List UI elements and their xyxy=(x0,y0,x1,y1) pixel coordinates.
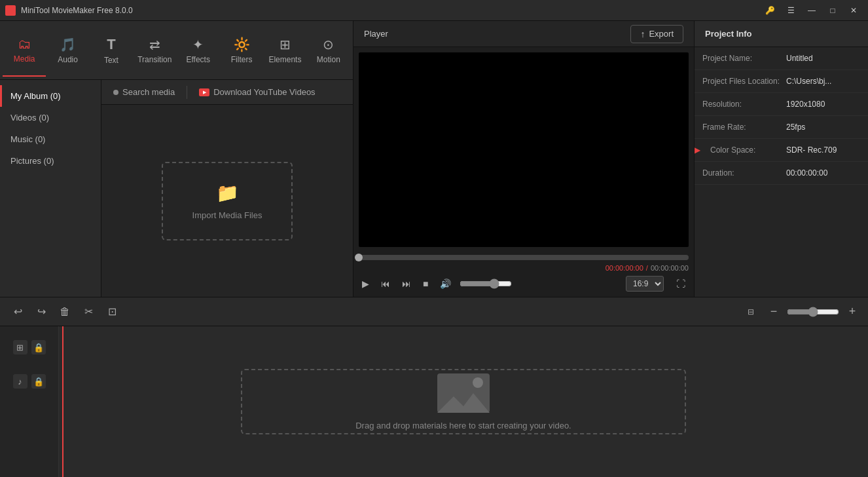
pi-value-location: C:\Users\bj... xyxy=(786,77,860,86)
zoom-out-button[interactable]: − xyxy=(766,304,782,320)
project-info-row-name: Project Name: Untitled xyxy=(695,47,868,70)
sidebar: My Album (0) Videos (0) Music (0) Pictur… xyxy=(0,80,101,297)
sidebar-item-pictures[interactable]: Pictures (0) xyxy=(0,150,101,172)
audio-track-add-button[interactable]: ♪ xyxy=(13,374,27,389)
timeline-drop-box[interactable]: Drag and drop materials here to start cr… xyxy=(241,369,686,434)
pi-label-name: Project Name: xyxy=(702,54,781,63)
pi-value-resolution: 1920x1080 xyxy=(786,100,860,109)
colorspace-arrow-icon: ▶ xyxy=(695,145,700,155)
toolbar-item-text[interactable]: T Text xyxy=(90,24,133,77)
media-icon: 🗂 xyxy=(18,37,31,52)
pi-label-colorspace: Color Space: xyxy=(702,145,781,155)
toolbar: 🗂 Media 🎵 Audio T Text ⇄ Transition ✦ Ef… xyxy=(0,21,353,80)
main-layout: 🗂 Media 🎵 Audio T Text ⇄ Transition ✦ Ef… xyxy=(0,21,868,297)
toolbar-item-elements[interactable]: ⊞ Elements xyxy=(263,24,306,77)
export-button[interactable]: ↑ Export xyxy=(630,25,683,43)
timeline-side: ⊞ 🔒 ♪ 🔒 xyxy=(0,326,59,477)
crop-button[interactable]: ⊡ xyxy=(102,302,122,322)
audio-track-lock-button[interactable]: 🔒 xyxy=(31,374,46,389)
search-media-label: Search media xyxy=(122,87,175,97)
toolbar-label-filters: Filters xyxy=(231,55,253,64)
fullscreen-button[interactable]: ⛶ xyxy=(673,277,689,290)
timeline-drop-area: Drag and drop materials here to start cr… xyxy=(59,326,868,477)
pin-button[interactable]: 🔑 xyxy=(761,3,779,18)
stop-button[interactable]: ■ xyxy=(420,277,431,290)
maximize-button[interactable]: □ xyxy=(823,3,842,18)
titlebar: MiniTool MovieMaker Free 8.0.0 🔑 ☰ — □ ✕ xyxy=(0,0,868,21)
undo-button[interactable]: ↩ xyxy=(8,302,27,322)
toolbar-label-effects: Effects xyxy=(186,55,209,64)
toolbar-item-effects[interactable]: ✦ Effects xyxy=(177,24,220,77)
media-panel: My Album (0) Videos (0) Music (0) Pictur… xyxy=(0,80,353,297)
prev-frame-button[interactable]: ⏮ xyxy=(378,277,393,290)
cut-button[interactable]: ✂ xyxy=(79,302,98,322)
pi-label-resolution: Resolution: xyxy=(702,100,781,109)
video-track-add-button[interactable]: ⊞ xyxy=(13,340,27,354)
pi-value-duration: 00:00:00:00 xyxy=(786,168,860,178)
timecodes: 00:00:00:00 / 00:00:00:00 xyxy=(359,264,689,272)
right-panel: Project Info Project Name: Untitled Proj… xyxy=(695,21,868,297)
toolbar-item-transition[interactable]: ⇄ Transition xyxy=(133,24,176,77)
player-controls: 00:00:00:00 / 00:00:00:00 ▶ ⏮ ⏭ ■ 🔊 16:9… xyxy=(353,252,694,297)
toolbar-label-audio: Audio xyxy=(58,55,78,64)
sidebar-label-music: Music (0) xyxy=(10,134,45,144)
player-header: Player ↑ Export xyxy=(353,21,694,47)
window-controls: 🔑 ☰ — □ ✕ xyxy=(761,3,863,18)
import-media-label: Import Media Files xyxy=(192,210,262,220)
redo-button[interactable]: ↪ xyxy=(31,302,51,322)
import-media-box[interactable]: 📁 Import Media Files xyxy=(162,162,293,240)
project-info-header: Project Info xyxy=(695,21,868,47)
close-button[interactable]: ✕ xyxy=(844,3,863,18)
svg-point-2 xyxy=(473,377,483,388)
project-info-row-location: Project Files Location: C:\Users\bj... xyxy=(695,70,868,93)
timeline-zoom-icon: ⊟ xyxy=(741,302,761,322)
toolbar-label-media: Media xyxy=(14,54,35,64)
toolbar-label-transition: Transition xyxy=(137,55,172,64)
folder-icon: 📁 xyxy=(216,182,239,204)
volume-slider[interactable] xyxy=(460,278,512,289)
timeline-drop-image-icon xyxy=(437,373,490,413)
project-info-row-duration: Duration: 00:00:00:00 xyxy=(695,162,868,185)
app-icon xyxy=(5,5,16,16)
timeline-drop-text: Drag and drop materials here to start cr… xyxy=(355,421,571,430)
filters-icon: 🔆 xyxy=(234,37,250,52)
bottom-toolbar: ↩ ↪ 🗑 ✂ ⊡ ⊟ − + xyxy=(0,297,868,326)
elements-icon: ⊞ xyxy=(280,37,291,52)
delete-button[interactable]: 🗑 xyxy=(55,302,75,322)
toolbar-item-filters[interactable]: 🔆 Filters xyxy=(220,24,263,77)
controls-row: ▶ ⏮ ⏭ ■ 🔊 16:9 4:3 1:1 9:16 ⛶ xyxy=(359,276,689,292)
project-info-row-resolution: Resolution: 1920x1080 xyxy=(695,93,868,116)
youtube-download-button[interactable]: Download YouTube Videos xyxy=(192,85,321,100)
menu-button[interactable]: ☰ xyxy=(782,3,800,18)
timeline-playhead xyxy=(62,326,63,477)
search-media-button[interactable]: Search media xyxy=(107,85,181,100)
pi-label-location: Project Files Location: xyxy=(702,77,781,86)
toolbar-item-motion[interactable]: ⊙ Motion xyxy=(307,24,350,77)
audio-track-controls: ♪ 🔒 xyxy=(0,366,58,397)
progress-bar[interactable] xyxy=(359,255,689,260)
search-dot-icon xyxy=(113,90,118,95)
pi-label-duration: Duration: xyxy=(702,168,781,178)
media-drop-area: 📁 Import Media Files xyxy=(101,105,353,297)
sidebar-item-myalbum[interactable]: My Album (0) xyxy=(0,85,101,107)
toolbar-item-audio[interactable]: 🎵 Audio xyxy=(46,24,89,77)
sidebar-item-videos[interactable]: Videos (0) xyxy=(0,107,101,128)
player-title: Player xyxy=(364,29,388,39)
effects-icon: ✦ xyxy=(192,37,204,52)
zoom-in-button[interactable]: + xyxy=(844,304,860,320)
toolbar-item-media[interactable]: 🗂 Media xyxy=(3,24,46,77)
volume-button[interactable]: 🔊 xyxy=(437,277,454,290)
pi-value-name: Untitled xyxy=(786,54,860,63)
youtube-icon xyxy=(199,88,209,96)
aspect-ratio-select[interactable]: 16:9 4:3 1:1 9:16 xyxy=(626,276,664,292)
pi-label-framerate: Frame Rate: xyxy=(702,123,781,132)
video-track-lock-button[interactable]: 🔒 xyxy=(31,340,46,354)
zoom-slider[interactable] xyxy=(787,307,839,317)
minimize-button[interactable]: — xyxy=(803,3,821,18)
play-button[interactable]: ▶ xyxy=(359,277,372,290)
sidebar-item-music[interactable]: Music (0) xyxy=(0,128,101,150)
sidebar-label-myalbum: My Album (0) xyxy=(10,91,61,101)
app-title: MiniTool MovieMaker Free 8.0.0 xyxy=(21,6,755,15)
left-panel: 🗂 Media 🎵 Audio T Text ⇄ Transition ✦ Ef… xyxy=(0,21,353,297)
next-frame-button[interactable]: ⏭ xyxy=(399,277,414,290)
